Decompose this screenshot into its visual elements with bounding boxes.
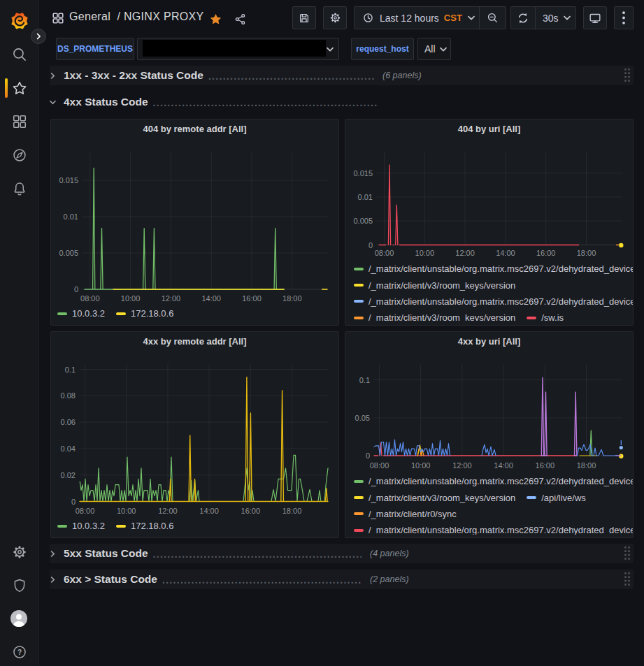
svg-text:16:00: 16:00 xyxy=(242,294,262,303)
svg-text:0.01: 0.01 xyxy=(64,212,78,221)
svg-text:0.06: 0.06 xyxy=(61,418,76,426)
svg-text:14:00: 14:00 xyxy=(494,461,513,470)
svg-text:08:00: 08:00 xyxy=(76,507,95,515)
svg-text:08:00: 08:00 xyxy=(370,461,389,470)
svg-text:18:00: 18:00 xyxy=(282,507,302,515)
svg-text:0: 0 xyxy=(368,241,373,249)
svg-text:0.1: 0.1 xyxy=(65,365,76,374)
svg-text:0.015: 0.015 xyxy=(353,169,373,178)
svg-text:0.1: 0.1 xyxy=(359,376,370,384)
svg-text:0.005: 0.005 xyxy=(353,217,373,225)
svg-text:10:00: 10:00 xyxy=(117,507,136,515)
svg-text:12:00: 12:00 xyxy=(452,461,472,470)
svg-text:0: 0 xyxy=(366,451,370,460)
svg-text:0.05: 0.05 xyxy=(355,414,370,422)
svg-text:12:00: 12:00 xyxy=(455,249,475,257)
svg-text:10:00: 10:00 xyxy=(415,249,435,257)
svg-text:16:00: 16:00 xyxy=(241,507,261,515)
svg-text:0.02: 0.02 xyxy=(61,471,76,479)
svg-text:18:00: 18:00 xyxy=(282,294,302,303)
svg-text:0.04: 0.04 xyxy=(61,444,76,453)
svg-text:0: 0 xyxy=(74,285,78,294)
svg-text:16:00: 16:00 xyxy=(536,249,556,257)
svg-text:14:00: 14:00 xyxy=(496,249,515,257)
svg-text:10:00: 10:00 xyxy=(411,461,431,470)
svg-text:18:00: 18:00 xyxy=(577,461,596,470)
svg-text:16:00: 16:00 xyxy=(536,461,555,470)
svg-text:14:00: 14:00 xyxy=(199,507,219,515)
svg-text:12:00: 12:00 xyxy=(158,507,178,515)
svg-text:12:00: 12:00 xyxy=(162,294,181,303)
svg-text:10:00: 10:00 xyxy=(121,294,141,303)
svg-text:18:00: 18:00 xyxy=(577,249,596,257)
svg-text:14:00: 14:00 xyxy=(201,294,221,303)
svg-text:?: ? xyxy=(17,649,22,656)
svg-text:0.08: 0.08 xyxy=(61,391,76,400)
svg-text:0.005: 0.005 xyxy=(59,249,78,257)
svg-text:0.01: 0.01 xyxy=(358,193,373,201)
svg-text:0: 0 xyxy=(71,498,76,506)
svg-text:08:00: 08:00 xyxy=(375,249,394,257)
svg-text:0.015: 0.015 xyxy=(59,176,78,184)
svg-text:08:00: 08:00 xyxy=(80,294,100,303)
